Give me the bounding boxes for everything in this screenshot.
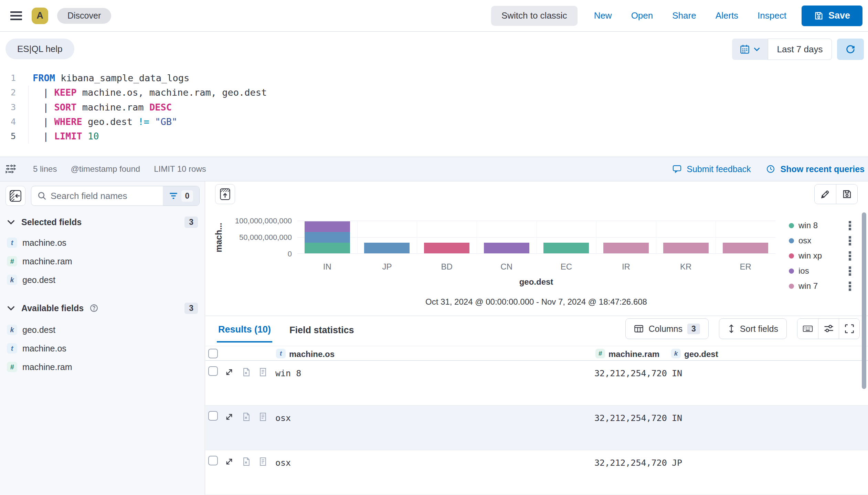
bar-CN[interactable] [484, 243, 529, 253]
bar-JP[interactable] [364, 243, 410, 253]
degraded-doc-icon[interactable] [242, 457, 251, 466]
show-recent-queries-link[interactable]: Show recent queries [766, 164, 865, 174]
code-line[interactable]: | LIMIT 10 [0, 129, 868, 144]
switch-to-classic-button[interactable]: Switch to classic [491, 6, 578, 26]
save-button[interactable]: Save [802, 6, 862, 26]
nav-link-open[interactable]: Open [631, 10, 653, 21]
bar-segment-win-7[interactable] [663, 243, 709, 253]
editor-code[interactable]: FROM kibana_sample_data_logs| KEEP machi… [0, 71, 868, 144]
nav-link-share[interactable]: Share [672, 10, 696, 21]
bar-EC[interactable] [543, 243, 589, 253]
degraded-doc-icon[interactable] [242, 368, 251, 377]
code-line[interactable]: FROM kibana_sample_data_logs [0, 71, 868, 85]
tab-field-statistics[interactable]: Field statistics [288, 319, 356, 343]
bar-IR[interactable] [603, 243, 649, 253]
field-list-item[interactable]: # machine.ram [7, 358, 198, 376]
columns-icon [634, 324, 644, 333]
time-range-value[interactable]: Last 7 days [768, 39, 832, 60]
bar-segment-osx[interactable] [305, 232, 350, 243]
legend-item[interactable]: win xp [789, 248, 853, 263]
legend-item-menu-icon[interactable] [847, 265, 853, 277]
grid-icon-group [797, 318, 860, 339]
legend-item[interactable]: win 8 [789, 218, 853, 233]
help-icon[interactable] [90, 304, 98, 312]
search-input[interactable] [46, 191, 163, 201]
row-checkbox[interactable] [208, 411, 218, 421]
vertical-scrollbar[interactable] [862, 212, 866, 389]
nav-link-new[interactable]: New [594, 10, 612, 21]
bar-segment-ios[interactable] [305, 221, 350, 232]
bar-ER[interactable] [723, 243, 768, 253]
sort-fields-button[interactable]: Sort fields [719, 318, 787, 339]
legend-item-menu-icon[interactable] [847, 235, 853, 247]
table-row[interactable]: win 8 32,212,254,720 IN [205, 361, 868, 406]
field-name: machine.ram [22, 256, 72, 266]
degraded-doc-icon[interactable] [242, 412, 251, 421]
code-line[interactable]: | WHERE geo.dest != "GB" [0, 115, 868, 129]
bar-segment-win-xp[interactable] [424, 243, 469, 253]
column-header-machine-ram[interactable]: machine.ram [608, 349, 659, 359]
legend-item-menu-icon[interactable] [847, 220, 853, 232]
cell-geo-dest: JP [672, 458, 682, 468]
display-options-button[interactable] [818, 319, 839, 339]
column-header-machine-os[interactable]: machine.os [289, 349, 335, 359]
breadcrumb[interactable]: Discover [57, 8, 111, 24]
nav-link-inspect[interactable]: Inspect [758, 10, 786, 21]
bar-segment-ios[interactable] [484, 243, 529, 253]
selected-fields-header[interactable]: Selected fields 3 [7, 215, 198, 229]
bar-BD[interactable] [424, 243, 469, 253]
code-line[interactable]: | SORT machine.ram DESC [0, 100, 868, 115]
nav-link-alerts[interactable]: Alerts [716, 10, 738, 21]
refresh-button[interactable] [837, 39, 864, 60]
keyboard-shortcuts-button[interactable] [797, 319, 818, 339]
expand-row-icon[interactable] [225, 368, 234, 377]
column-header-geo-dest[interactable]: geo.dest [684, 349, 718, 359]
bar-KR[interactable] [663, 243, 709, 253]
bar-segment-win-8[interactable] [305, 243, 350, 253]
code-line[interactable]: | KEEP machine.os, machine.ram, geo.dest [0, 85, 868, 100]
bar-IN[interactable] [305, 221, 350, 253]
doc-viewer-icon[interactable] [258, 368, 267, 377]
expand-row-icon[interactable] [225, 412, 234, 421]
bar-segment-win-7[interactable] [723, 243, 768, 253]
tab-results[interactable]: Results (10) [217, 319, 272, 343]
table-row[interactable]: osx 32,212,254,720 IN [205, 406, 868, 450]
edit-visualization-button[interactable] [815, 185, 836, 204]
available-fields-header[interactable]: Available fields 3 [7, 301, 198, 315]
legend-item-menu-icon[interactable] [847, 250, 853, 262]
esql-help-button[interactable]: ES|QL help [6, 39, 74, 59]
doc-viewer-icon[interactable] [258, 457, 267, 466]
row-checkbox[interactable] [208, 456, 218, 465]
chart-plot[interactable] [297, 221, 775, 254]
collapse-sidebar-button[interactable] [6, 186, 25, 206]
field-list-item[interactable]: t machine.os [7, 339, 198, 358]
expand-row-icon[interactable] [225, 457, 234, 466]
legend-item[interactable]: osx [789, 233, 853, 248]
field-list-item[interactable]: k geo.dest [7, 320, 198, 339]
x-tick-label: CN [500, 262, 512, 272]
fullscreen-button[interactable] [839, 319, 859, 339]
table-row[interactable]: osx 32,212,254,720 JP [205, 450, 868, 495]
selected-fields-list: t machine.os # machine.ram k geo.dest [7, 233, 198, 289]
esql-editor[interactable]: 12345 FROM kibana_sample_data_logs| KEEP… [0, 67, 868, 157]
legend-item-menu-icon[interactable] [847, 280, 853, 292]
save-visualization-button[interactable] [836, 185, 857, 204]
avatar[interactable]: A [32, 8, 48, 24]
bar-segment-osx[interactable] [364, 243, 410, 253]
menu-icon[interactable] [10, 11, 23, 21]
field-list-item[interactable]: t machine.os [7, 233, 198, 252]
columns-button[interactable]: Columns 3 [625, 318, 708, 339]
legend-item[interactable]: ios [789, 263, 853, 278]
collapse-chart-button[interactable] [215, 184, 235, 204]
field-list-item[interactable]: # machine.ram [7, 252, 198, 271]
date-picker-menu-button[interactable] [732, 39, 768, 60]
legend-item[interactable]: win 7 [789, 278, 853, 294]
bar-segment-win-7[interactable] [603, 243, 649, 253]
select-all-checkbox[interactable] [208, 349, 218, 358]
row-checkbox[interactable] [208, 366, 218, 376]
field-list-item[interactable]: k geo.dest [7, 271, 198, 289]
submit-feedback-link[interactable]: Submit feedback [672, 164, 751, 174]
field-filter-button[interactable]: 0 [163, 186, 199, 206]
bar-segment-win-8[interactable] [543, 243, 589, 253]
doc-viewer-icon[interactable] [258, 412, 267, 421]
